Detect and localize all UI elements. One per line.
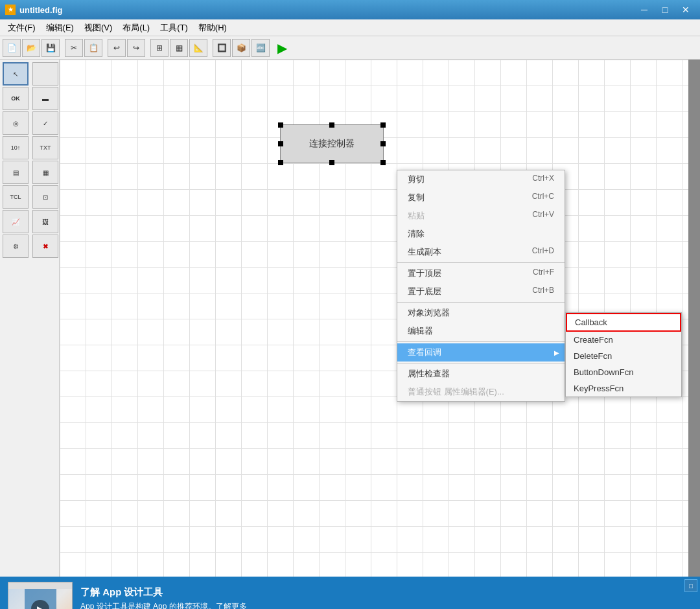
submenu: Callback CreateFcn DeleteFcn ButtonDownF…: [565, 312, 682, 397]
info-thumbnail: ▶: [8, 582, 73, 609]
tool-ok[interactable]: OK: [3, 87, 29, 110]
info-description: App 设计工具是构建 App 的推荐环境。了解更多: [80, 601, 692, 609]
handle-tm[interactable]: [329, 122, 334, 128]
tool-select[interactable]: ↖: [3, 62, 29, 86]
right-scrollbar[interactable]: [688, 60, 700, 577]
menu-bar: 文件(F) 编辑(E) 视图(V) 布局(L) 工具(T) 帮助(H): [0, 19, 700, 36]
toolbar-tab1[interactable]: 🔲: [213, 39, 231, 57]
toolbar-save[interactable]: 💾: [41, 39, 60, 57]
tool-list[interactable]: ▦: [32, 161, 58, 184]
toolbar-grid[interactable]: ▦: [170, 39, 188, 57]
cm-view-callback[interactable]: 查看回调: [397, 343, 565, 362]
handle-bm[interactable]: [329, 160, 334, 165]
toolbar-layout2[interactable]: 📐: [189, 39, 207, 57]
tool-edit[interactable]: 10↑: [3, 136, 29, 159]
tool-axes[interactable]: ⊡: [32, 185, 58, 209]
handle-tr[interactable]: [380, 122, 386, 128]
toolbar-tab3[interactable]: 🔤: [251, 39, 270, 57]
toolbar-tab2[interactable]: 📦: [232, 39, 250, 57]
close-button[interactable]: ✕: [677, 3, 695, 16]
menu-tools[interactable]: 工具(T): [155, 21, 193, 35]
tool-slider[interactable]: ⚙: [3, 235, 29, 258]
toolbar-run[interactable]: ▶: [275, 40, 290, 56]
sm-keypressfcn[interactable]: KeyPressFcn: [566, 380, 681, 396]
maximize-button[interactable]: □: [656, 3, 674, 16]
info-text: 了解 App 设计工具 App 设计工具是构建 App 的推荐环境。了解更多 o…: [80, 586, 692, 609]
handle-bl[interactable]: [278, 160, 283, 165]
handle-tl[interactable]: [278, 122, 283, 128]
selected-component[interactable]: 连接控制器: [280, 124, 384, 163]
app-icon: ★: [5, 5, 16, 15]
window-title: untitled.fig: [19, 5, 635, 15]
toolbar-undo[interactable]: ↩: [108, 39, 126, 57]
cm-cut[interactable]: 剪切 Ctrl+X: [397, 170, 565, 189]
tool-text[interactable]: TXT: [32, 136, 58, 159]
cm-paste: 粘贴 Ctrl+V: [397, 207, 565, 225]
component-label: 连接控制器: [309, 138, 355, 150]
tool-image[interactable]: 🖼: [32, 210, 58, 233]
sm-deletefcn[interactable]: DeleteFcn: [566, 348, 681, 364]
title-bar: ★ untitled.fig ─ □ ✕: [0, 0, 700, 19]
cm-clear[interactable]: 清除: [397, 225, 565, 243]
info-title: 了解 App 设计工具: [80, 586, 692, 599]
handle-mr[interactable]: [380, 141, 386, 146]
toolbar-new[interactable]: 📄: [3, 39, 21, 57]
cm-sep2: [397, 302, 565, 303]
left-toolbar: ↖ OK ▬ ◎ ✓ 10↑ TXT ▤ ▦ TCL ⊡ 📈 🖼 ⚙ ✖: [0, 60, 60, 577]
toolbar-redo[interactable]: ↪: [127, 39, 145, 57]
tool-tcl[interactable]: TCL: [3, 185, 29, 209]
sm-buttondownfcn[interactable]: ButtonDownFcn: [566, 364, 681, 380]
cm-sep3: [397, 341, 565, 342]
tool-delete[interactable]: ✖: [32, 235, 58, 258]
cm-duplicate[interactable]: 生成副本 Ctrl+D: [397, 243, 565, 261]
cm-editor[interactable]: 编辑器: [397, 322, 565, 340]
tool-empty1[interactable]: [32, 62, 58, 86]
toolbar-cut[interactable]: ✂: [65, 39, 83, 57]
toolbar-copy[interactable]: 📋: [84, 39, 102, 57]
toolbar-open[interactable]: 📂: [22, 39, 40, 57]
toolbar-align[interactable]: ⊞: [150, 39, 169, 57]
cm-sep1: [397, 262, 565, 263]
tool-frame[interactable]: ▤: [3, 161, 29, 184]
collapse-button[interactable]: □: [684, 579, 697, 592]
cm-property-inspector[interactable]: 属性检查器: [397, 365, 565, 383]
sm-createfcn[interactable]: CreateFcn: [566, 332, 681, 348]
toolbar: 📄 📂 💾 ✂ 📋 ↩ ↪ ⊞ ▦ 📐 🔲 📦 🔤 ▶: [0, 36, 700, 60]
tool-radio[interactable]: ◎: [3, 111, 29, 135]
main-layout: ↖ OK ▬ ◎ ✓ 10↑ TXT ▤ ▦ TCL ⊡ 📈 🖼 ⚙ ✖ 连接控…: [0, 60, 700, 577]
context-menu: 剪切 Ctrl+X 复制 Ctrl+C 粘贴 Ctrl+V 清除 生成副本 Ct…: [397, 170, 565, 402]
window-controls: ─ □ ✕: [635, 3, 695, 16]
cm-object-browser[interactable]: 对象浏览器: [397, 304, 565, 322]
info-panel: ▶ 了解 App 设计工具 App 设计工具是构建 App 的推荐环境。了解更多…: [0, 577, 700, 609]
tool-check[interactable]: ✓: [32, 111, 58, 135]
menu-layout[interactable]: 布局(L): [117, 21, 155, 35]
cm-sep4: [397, 363, 565, 363]
handle-ml[interactable]: [278, 141, 283, 146]
tool-panel[interactable]: ▬: [32, 87, 58, 110]
sm-callback[interactable]: Callback: [566, 313, 681, 332]
cm-send-back[interactable]: 置于底层 Ctrl+B: [397, 282, 565, 301]
cm-copy[interactable]: 复制 Ctrl+C: [397, 189, 565, 207]
cm-bring-front[interactable]: 置于顶层 Ctrl+F: [397, 264, 565, 282]
menu-view[interactable]: 视图(V): [79, 21, 117, 35]
menu-help[interactable]: 帮助(H): [193, 21, 232, 35]
menu-file[interactable]: 文件(F): [3, 21, 41, 35]
canvas-area[interactable]: 连接控制器 剪切 Ctrl+X 复制 Ctrl+C 粘贴 Ctrl+V: [60, 60, 700, 577]
cm-property-editor: 普通按钮 属性编辑器(E)...: [397, 383, 565, 401]
minimize-button[interactable]: ─: [635, 3, 653, 16]
menu-edit[interactable]: 编辑(E): [41, 21, 79, 35]
handle-br[interactable]: [380, 160, 386, 165]
tool-chart[interactable]: 📈: [3, 210, 29, 233]
